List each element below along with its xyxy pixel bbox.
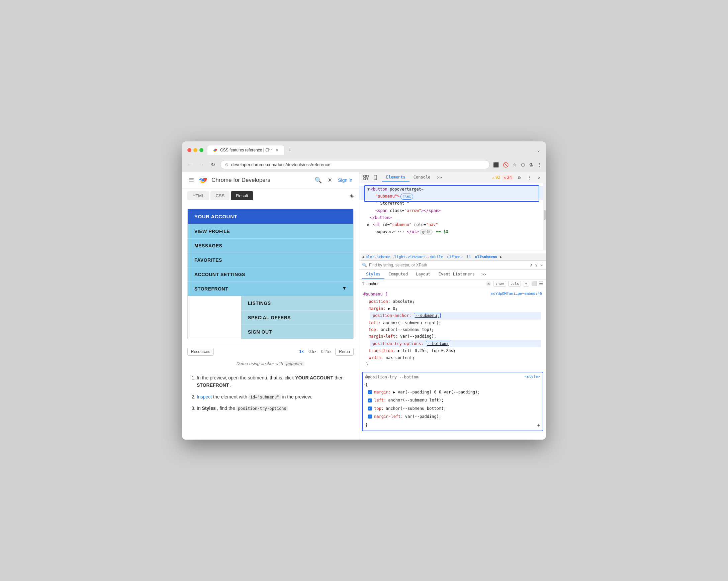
- checkbox-3-icon[interactable]: ✓: [368, 407, 372, 411]
- css-prop-top: top: anchor(--submenu top);: [369, 326, 542, 333]
- more-icon[interactable]: ⋮: [537, 162, 542, 167]
- tabs-chevron-icon[interactable]: ⌄: [537, 147, 541, 153]
- resources-button[interactable]: Resources: [187, 348, 214, 356]
- search-down-icon[interactable]: ∨: [535, 262, 538, 268]
- submenu: LISTINGS SPECIAL OFFERS SIGN OUT: [241, 296, 353, 339]
- css-source[interactable]: mdYdpOM?ani…pe=embed:46: [491, 291, 542, 297]
- nav-storefront-label: STOREFRONT: [194, 286, 228, 292]
- hamburger-icon[interactable]: ☰: [189, 176, 194, 184]
- nav-account-settings[interactable]: ACCOUNT SETTINGS: [188, 267, 353, 281]
- submenu-listings[interactable]: LISTINGS: [241, 296, 353, 310]
- profile-icon[interactable]: ⚗: [529, 162, 533, 167]
- tree-scrollbar[interactable]: [543, 183, 546, 250]
- search-close-icon[interactable]: ✕: [540, 262, 543, 268]
- zoom-1x[interactable]: 1×: [298, 349, 306, 355]
- submenu-special-offers[interactable]: SPECIAL OFFERS: [241, 310, 353, 325]
- back-button[interactable]: ←: [186, 161, 194, 169]
- new-rule-icon[interactable]: ☰: [539, 281, 543, 286]
- tree-line-6[interactable]: ▶ <ul id= "submenu" role= "nav": [359, 221, 546, 228]
- new-tab-button[interactable]: +: [285, 145, 295, 155]
- breadcrumb-item-4[interactable]: ul#submenu: [475, 255, 497, 259]
- address-bar[interactable]: ⊙ developer.chrome.com/docs/devtools/css…: [220, 160, 490, 169]
- cast-icon[interactable]: ⬛: [493, 162, 499, 167]
- checkbox-4-icon[interactable]: ✓: [368, 415, 372, 418]
- result-tab[interactable]: Result: [231, 191, 253, 200]
- theme-icon[interactable]: ☀: [327, 176, 333, 184]
- step2-end: in the preview.: [282, 394, 312, 399]
- close-traffic-light[interactable]: [187, 148, 191, 152]
- minimize-traffic-light[interactable]: [193, 148, 198, 152]
- dt-search-input[interactable]: [369, 263, 527, 268]
- tree-line-2[interactable]: "submenu"> flex: [359, 193, 546, 200]
- step3-code: position-try-options: [236, 406, 288, 411]
- element-picker-icon[interactable]: [362, 173, 370, 182]
- breadcrumb-item-1[interactable]: olor-scheme--light.viewport--mobile: [366, 255, 443, 259]
- extension-icon[interactable]: ⬡: [521, 162, 525, 167]
- tab-close-button[interactable]: ✕: [275, 148, 279, 153]
- mobile-icon[interactable]: [371, 173, 380, 182]
- position-anchor-value[interactable]: --submenu;: [414, 313, 441, 318]
- rerun-button[interactable]: Rerun: [335, 348, 354, 356]
- reload-button[interactable]: ↻: [209, 161, 217, 169]
- breadcrumb-item-3[interactable]: li: [467, 255, 471, 259]
- position-try-value[interactable]: --bottom;: [426, 341, 450, 346]
- filter-clear-icon[interactable]: ✕: [486, 281, 491, 286]
- css-prop-position-try[interactable]: position-try-options: --bottom;: [370, 340, 541, 347]
- step2-inspect-link[interactable]: Inspect: [197, 394, 212, 399]
- code-settings-icon[interactable]: ◈: [349, 193, 354, 199]
- search-up-icon[interactable]: ∧: [529, 262, 533, 268]
- checkbox-2-icon[interactable]: ✓: [368, 398, 372, 403]
- nav-view-profile[interactable]: VIEW PROFILE: [188, 224, 353, 238]
- search-icon[interactable]: 🔍: [314, 176, 322, 184]
- nav-storefront[interactable]: STOREFRONT ▲: [188, 281, 353, 296]
- bookmark-icon[interactable]: ☆: [513, 162, 517, 167]
- tree-scrollbar-thumb[interactable]: [544, 210, 546, 220]
- tree-line-3[interactable]: " Storefront ": [359, 200, 546, 207]
- css-tab[interactable]: CSS: [210, 191, 230, 200]
- url-text[interactable]: developer.chrome.com/docs/devtools/css/r…: [231, 162, 330, 167]
- add-style-icon[interactable]: +: [523, 281, 529, 286]
- checkbox-1-icon[interactable]: ✓: [368, 390, 372, 394]
- zoom-05x[interactable]: 0.5×: [307, 349, 318, 355]
- computed-tab[interactable]: Computed: [384, 270, 412, 279]
- tree-line-1[interactable]: ▼ <button popovertarget=: [359, 186, 546, 193]
- styles-tab[interactable]: Styles: [362, 270, 384, 279]
- styles-more-btn[interactable]: >>: [479, 270, 489, 279]
- maximize-traffic-light[interactable]: [200, 148, 203, 152]
- camera-off-icon[interactable]: 🚫: [503, 162, 509, 167]
- pt-add-icon[interactable]: +: [537, 421, 540, 430]
- step3-bold: Styles: [202, 406, 216, 411]
- tree-line-4[interactable]: <span class= "arrow" ></span>: [359, 207, 546, 214]
- dt-more-icon[interactable]: ⋮: [525, 173, 533, 182]
- nav-messages[interactable]: MESSAGES: [188, 238, 353, 253]
- layout-tab[interactable]: Layout: [412, 270, 434, 279]
- nav-your-account[interactable]: YOUR ACCOUNT: [188, 209, 353, 224]
- zoom-025x[interactable]: 0.25×: [320, 349, 333, 355]
- sign-in-button[interactable]: Sign in: [338, 177, 352, 183]
- hov-button[interactable]: :hov: [493, 281, 506, 286]
- elements-tab[interactable]: Elements: [382, 173, 410, 182]
- css-properties: position: absolute; margin: ▶ 0; positio…: [363, 298, 542, 361]
- tree-toggle-2[interactable]: ▶: [367, 222, 370, 228]
- browser-tab[interactable]: CSS features reference | Chr ✕: [207, 145, 284, 155]
- event-listeners-tab[interactable]: Event Listeners: [435, 270, 479, 279]
- forward-button[interactable]: →: [198, 161, 205, 169]
- tree-line-5[interactable]: </button>: [359, 214, 546, 221]
- console-tab[interactable]: Console: [410, 173, 435, 182]
- submenu-sign-out[interactable]: SIGN OUT: [241, 325, 353, 339]
- css-selector[interactable]: #submenu {: [363, 292, 387, 297]
- css-closing-brace: }: [363, 361, 542, 368]
- filter-input[interactable]: [366, 281, 484, 286]
- settings-icon[interactable]: ⚙: [515, 173, 523, 182]
- more-tabs-btn[interactable]: >>: [434, 174, 444, 181]
- nav-favorites[interactable]: FAVORITES: [188, 253, 353, 267]
- breadcrumb-item-2[interactable]: ul#menu: [447, 255, 462, 259]
- pt-source[interactable]: <style>: [525, 374, 540, 380]
- copy-icon[interactable]: ⬜: [531, 281, 537, 286]
- cls-button[interactable]: .cls: [508, 281, 521, 286]
- tree-line-7[interactable]: popover> ··· </ul> grid == $0: [359, 228, 546, 236]
- tree-toggle[interactable]: ▼: [367, 186, 370, 193]
- css-prop-position-anchor[interactable]: position-anchor: --submenu;: [370, 312, 541, 319]
- html-tab[interactable]: HTML: [187, 191, 209, 200]
- dt-close-icon[interactable]: ✕: [535, 173, 543, 182]
